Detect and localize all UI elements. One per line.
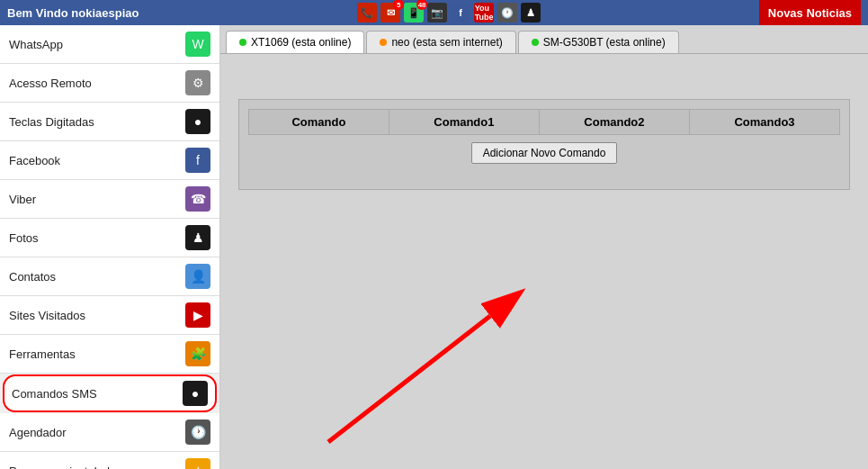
sidebar-icon-viber: ☎ <box>185 186 210 212</box>
sidebar-label-whatsapp: WhatsApp <box>9 38 63 51</box>
command-header-comando3: Comando3 <box>689 110 839 135</box>
sidebar-icon-contatos: 👤 <box>185 264 210 289</box>
tab-smg530bt[interactable]: SM-G530BT (esta online) <box>518 31 679 53</box>
sidebar-label-agendador: Agendador <box>9 426 67 439</box>
sidebar-icon-facebook: f <box>185 148 210 173</box>
tab-label-neo: neo (esta sem internet) <box>391 36 502 49</box>
sidebar-icon-ferramentas: 🧩 <box>185 341 210 366</box>
sidebar-item-whatsapp[interactable]: WhatsAppW <box>0 25 219 64</box>
sidebar-item-teclas-digitadas[interactable]: Teclas Digitadas● <box>0 103 219 141</box>
topbar: Bem Vindo nokiaespiao 📞 ✉ 5 📱 48 📷 f You… <box>0 0 868 25</box>
camera-icon[interactable]: 📷 <box>427 3 447 23</box>
message-badge: 5 <box>393 0 404 10</box>
sidebar-icon-teclas-digitadas: ● <box>185 109 210 134</box>
tab-label-xt1069: XT1069 (esta online) <box>251 36 351 49</box>
phone-icon[interactable]: 📞 <box>357 3 377 23</box>
whatsapp-badge: 48 <box>416 0 427 10</box>
sidebar-item-ferramentas[interactable]: Ferramentas🧩 <box>0 335 219 374</box>
sidebar-icon-programas-instalados: ★ <box>185 458 210 469</box>
message-icon[interactable]: ✉ 5 <box>380 3 400 23</box>
sidebar-icon-comandos-sms: ● <box>183 381 208 406</box>
sidebar-item-comandos-sms[interactable]: Comandos SMS● <box>3 374 217 412</box>
sidebar-icon-agendador: 🕐 <box>185 419 210 445</box>
sidebar-icon-fotos: ♟ <box>185 225 210 250</box>
novas-noticias-label[interactable]: Novas Noticias <box>759 0 861 25</box>
main-layout: WhatsAppWAcesso Remoto⚙Teclas Digitadas●… <box>0 25 868 469</box>
command-table: ComandoComando1Comando2Comando3 Adiciona… <box>248 109 840 171</box>
playboy-icon[interactable]: ♟ <box>521 3 541 23</box>
command-area: ComandoComando1Comando2Comando3 Adiciona… <box>238 99 850 190</box>
command-header-comando: Comando <box>249 110 389 135</box>
sidebar-item-fotos[interactable]: Fotos♟ <box>0 219 219 257</box>
command-header-row: ComandoComando1Comando2Comando3 <box>249 110 840 135</box>
sidebar-label-fotos: Fotos <box>9 231 39 245</box>
sidebar-item-sites-visitados[interactable]: Sites Visitados▶ <box>0 296 219 335</box>
sidebar-label-ferramentas: Ferramentas <box>9 347 76 361</box>
tab-xt1069[interactable]: XT1069 (esta online) <box>226 31 364 53</box>
youtube-icon[interactable]: YouTube <box>474 3 494 23</box>
tab-label-smg530bt: SM-G530BT (esta online) <box>543 36 666 49</box>
sidebar-label-acesso-remoto: Acesso Remoto <box>9 77 92 90</box>
sidebar-item-acesso-remoto[interactable]: Acesso Remoto⚙ <box>0 64 219 103</box>
content-area: XT1069 (esta online)neo (esta sem intern… <box>220 25 868 469</box>
sidebar-icon-sites-visitados: ▶ <box>185 302 210 328</box>
whatsapp-top-icon[interactable]: 📱 48 <box>404 3 424 23</box>
command-header-comando1: Comando1 <box>389 110 539 135</box>
tab-dot-smg530bt <box>532 39 539 46</box>
sidebar-label-comandos-sms: Comandos SMS <box>12 387 97 401</box>
topbar-icons: 📞 ✉ 5 📱 48 📷 f YouTube 🕐 ♟ <box>357 3 541 23</box>
command-header-comando2: Comando2 <box>539 110 689 135</box>
add-button-row: Adicionar Novo Comando <box>249 135 840 172</box>
facebook-top-icon[interactable]: f <box>451 3 470 23</box>
main-panel: ComandoComando1Comando2Comando3 Adiciona… <box>220 54 868 469</box>
sidebar-item-agendador[interactable]: Agendador🕐 <box>0 413 219 452</box>
sidebar-item-viber[interactable]: Viber☎ <box>0 180 219 219</box>
sidebar-label-facebook: Facebook <box>9 154 60 167</box>
sidebar-label-programas-instalados: Programas instalados <box>9 464 122 470</box>
sidebar-label-teclas-digitadas: Teclas Digitadas <box>9 115 94 129</box>
sidebar-item-programas-instalados[interactable]: Programas instalados★ <box>0 452 219 469</box>
sidebar-item-facebook[interactable]: Facebookf <box>0 141 219 180</box>
clock-icon[interactable]: 🕐 <box>497 3 517 23</box>
add-novo-comando-button[interactable]: Adicionar Novo Comando <box>471 142 618 164</box>
sidebar: WhatsAppWAcesso Remoto⚙Teclas Digitadas●… <box>0 25 220 469</box>
sidebar-label-viber: Viber <box>9 193 36 206</box>
tabs-bar: XT1069 (esta online)neo (esta sem intern… <box>220 25 868 54</box>
arrow-annotation <box>274 262 616 460</box>
sidebar-icon-acesso-remoto: ⚙ <box>185 70 210 95</box>
tab-dot-neo <box>380 39 387 46</box>
svg-line-1 <box>328 316 490 442</box>
sidebar-icon-whatsapp: W <box>185 32 210 57</box>
tab-dot-xt1069 <box>239 39 246 46</box>
sidebar-label-contatos: Contatos <box>9 270 56 284</box>
tab-neo[interactable]: neo (esta sem internet) <box>366 31 515 53</box>
topbar-title: Bem Vindo nokiaespiao <box>7 6 139 20</box>
sidebar-label-sites-visitados: Sites Visitados <box>9 309 85 322</box>
sidebar-item-contatos[interactable]: Contatos👤 <box>0 257 219 296</box>
